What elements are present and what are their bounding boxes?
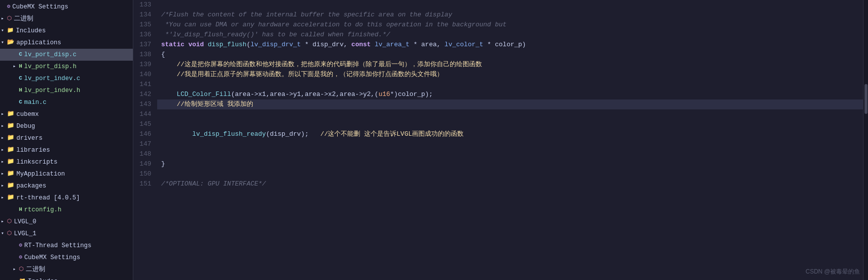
sidebar-item-lv-port-indev-h[interactable]: H lv_port_indev.h [0, 85, 133, 96]
sidebar-item-cubemx-settings-top[interactable]: ⚙ CubeMX Settings [0, 1, 133, 13]
file-h-icon: H [19, 86, 22, 95]
sidebar-item-binary-top[interactable]: ⬡ 二进制 [0, 13, 133, 25]
sidebar-item-binary-bottom[interactable]: ⬡ 二进制 [0, 264, 133, 276]
sidebar-item-myapplication[interactable]: 📁 MyApplication [0, 168, 133, 180]
sidebar-item-packages[interactable]: 📁 packages [0, 180, 133, 192]
gear-icon: ⚙ [19, 253, 22, 262]
line-content: //这是把你屏幕的绘图函数和他对接函数，把他原来的代码删掉（除了最后一句），添加… [157, 60, 863, 70]
sidebar-item-drivers[interactable]: 📁 drivers [0, 132, 133, 144]
sidebar-item-includes-top[interactable]: 📁 Includes [0, 25, 133, 37]
minimap-scrollbar[interactable] [863, 0, 868, 280]
sidebar-item-lvgl-0[interactable]: ⬡ LVGL_0 [0, 216, 133, 228]
line-number: 150 [133, 169, 157, 179]
arrow-icon [1, 158, 7, 166]
sidebar-item-rt-thread[interactable]: 📁 rt-thread [4.0.5] [0, 192, 133, 204]
sidebar-label: lv_port_indev.c [24, 74, 81, 84]
arrow-icon [1, 170, 7, 178]
line-number: 149 [133, 159, 157, 169]
line-content: *You can use DMA or any hardware acceler… [157, 20, 863, 30]
line-content: { [157, 50, 863, 60]
folder-icon: 📁 [7, 121, 14, 131]
sidebar-item-rt-thread-settings[interactable]: ⚙ RT-Thread Settings [0, 240, 133, 252]
code-line-140: 140 //我是用着正点原子的屏幕驱动函数。所以下面是我的，（记得添加你打点函数… [133, 70, 863, 80]
sidebar-item-lv-port-indev-c[interactable]: C lv_port_indev.c [0, 73, 133, 85]
folder-icon: 📁 [7, 133, 14, 143]
sidebar-label: CubeMX Settings [24, 253, 81, 263]
sidebar-item-cubemx[interactable]: 📁 cubemx [0, 108, 133, 120]
sidebar-label: rtconfig.h [24, 205, 62, 215]
line-content [157, 149, 863, 159]
code-editor[interactable]: 133 134 /*Flush the content of the inter… [133, 0, 863, 280]
sidebar-item-includes-bottom[interactable]: 📁 Includes [0, 276, 133, 280]
sidebar-item-rtconfig-h[interactable]: H rtconfig.h [0, 204, 133, 216]
line-content [157, 80, 863, 90]
arrow-icon [1, 15, 7, 23]
line-number: 139 [133, 60, 157, 70]
line-number: 147 [133, 139, 157, 149]
sidebar-item-lv-port-disp-c[interactable]: C lv_port_disp.c [0, 49, 133, 61]
arrow-icon [1, 27, 7, 35]
folder-icon: 📁 [7, 193, 14, 202]
code-line-148: 148 [133, 149, 863, 159]
sidebar-label: 二进制 [26, 265, 45, 275]
code-line-149: 149 } [133, 159, 863, 169]
sidebar-label: linkscripts [16, 157, 58, 167]
arrow-icon [1, 230, 7, 238]
folder-icon: 📁 [7, 169, 14, 179]
line-number: 143 [133, 99, 157, 109]
includes-icon: 📁 [19, 277, 26, 280]
sidebar-item-lv-port-disp-h[interactable]: H lv_port_disp.h [0, 61, 133, 73]
arrow-icon [13, 278, 19, 280]
sidebar-label: LVGL_0 [14, 217, 36, 227]
folder-icon: 📁 [7, 109, 14, 119]
code-line-146: 146 lv_disp_flush_ready(disp_drv); //这个不… [133, 129, 863, 139]
code-line-151: 151 /*OPTIONAL: GPU INTERFACE*/ [133, 179, 863, 189]
arrow-icon [1, 122, 7, 130]
sidebar-label: Includes [16, 26, 46, 36]
sidebar-label: cubemx [16, 109, 39, 119]
sidebar-label: applications [16, 38, 61, 48]
sidebar-label: lv_port_indev.h [24, 86, 81, 95]
folder-icon: 📁 [7, 181, 14, 190]
includes-icon: 📁 [7, 26, 14, 35]
line-number: 141 [133, 80, 157, 90]
sidebar-label: Includes [28, 277, 58, 280]
line-number: 144 [133, 109, 157, 119]
arrow-icon [1, 218, 7, 226]
line-content: //绘制矩形区域 我添加的 [157, 99, 863, 109]
sidebar-item-libraries[interactable]: 📁 libraries [0, 144, 133, 156]
sidebar-item-applications[interactable]: 📂 applications [0, 37, 133, 49]
file-c-icon: C [19, 74, 22, 83]
sidebar-label: drivers [16, 133, 43, 143]
line-content: lv_disp_flush_ready(disp_drv); //这个不能删 这… [157, 129, 863, 139]
line-number: 146 [133, 129, 157, 139]
sidebar-item-lvgl-1[interactable]: ⬡ LVGL_1 [0, 228, 133, 240]
code-line-136: 136 *'lv_disp_flush_ready()' has to be c… [133, 30, 863, 40]
code-line-141: 141 [133, 80, 863, 90]
arrow-icon [1, 39, 7, 47]
sidebar-item-cubemx-settings-bottom[interactable]: ⚙ CubeMX Settings [0, 252, 133, 264]
file-h-icon: H [19, 205, 22, 214]
file-c-icon: C [19, 98, 22, 107]
arrow-icon [13, 266, 19, 274]
arrow-icon [13, 63, 19, 71]
code-line-139: 139 //这是把你屏幕的绘图函数和他对接函数，把他原来的代码删掉（除了最后一句… [133, 60, 863, 70]
line-content [157, 119, 863, 129]
sidebar-label: packages [16, 181, 46, 191]
sidebar-item-debug[interactable]: 📁 Debug [0, 120, 133, 132]
code-line-137: 137 static void disp_flush(lv_disp_drv_t… [133, 40, 863, 50]
code-line-135: 135 *You can use DMA or any hardware acc… [133, 20, 863, 30]
code-line-147: 147 [133, 139, 863, 149]
arrow-icon [1, 194, 7, 202]
gear-icon: ⚙ [19, 241, 22, 250]
scrollbar-thumb[interactable] [865, 84, 868, 114]
sidebar-item-main-c[interactable]: C main.c [0, 96, 133, 108]
binary-icon: ⬡ [19, 265, 24, 274]
sidebar-label: lv_port_disp.c [24, 50, 77, 60]
arrow-icon [1, 146, 7, 154]
sidebar-item-linkscripts[interactable]: 📁 linkscripts [0, 156, 133, 168]
code-line-144: 144 [133, 109, 863, 119]
arrow-icon [1, 182, 7, 190]
sidebar-label: Debug [16, 121, 35, 131]
line-content [157, 169, 863, 179]
